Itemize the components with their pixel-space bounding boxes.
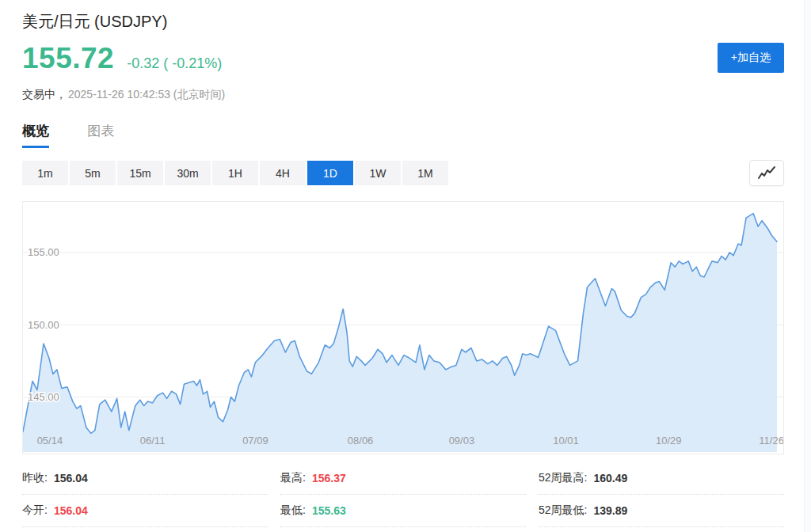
status-row: 交易中，2025-11-26 10:42:53 (北京时间)	[22, 88, 784, 101]
timeframe-1m[interactable]: 1m	[22, 161, 68, 185]
price-change: -0.32 ( -0.21%)	[127, 55, 222, 72]
stat-label: 今开:	[22, 504, 48, 518]
stat-prev-close: 昨收: 156.04	[22, 462, 268, 495]
svg-text:08/06: 08/06	[348, 435, 374, 446]
timeframe-group: 1m 5m 15m 30m 1H 4H 1D 1W 1M	[22, 161, 450, 185]
timeframe-1h[interactable]: 1H	[212, 161, 258, 185]
timeframe-4h[interactable]: 4H	[260, 161, 306, 185]
tab-chart[interactable]: 图表	[87, 122, 114, 146]
svg-text:150.00: 150.00	[28, 319, 59, 331]
tab-bar: 概览 图表	[22, 122, 784, 146]
svg-text:06/11: 06/11	[140, 435, 166, 446]
tab-overview[interactable]: 概览	[22, 122, 49, 148]
stat-open: 今开: 156.04	[22, 495, 268, 527]
price-row: 155.72 -0.32 ( -0.21%)	[22, 42, 784, 75]
main-content: 美元/日元 (USDJPY) +加自选 155.72 -0.32 ( -0.21…	[0, 0, 811, 527]
stat-low: 最低: 155.63	[280, 495, 526, 527]
timeframe-15m[interactable]: 15m	[117, 161, 163, 185]
stat-label: 最高:	[280, 471, 306, 485]
stat-value: 155.63	[312, 504, 346, 517]
svg-text:155.00: 155.00	[28, 246, 59, 258]
timeframe-1w[interactable]: 1W	[355, 161, 401, 185]
stats-column-3: 52周最高: 160.49 52周最低: 139.89	[539, 462, 784, 527]
stats-grid: 昨收: 156.04 今开: 156.04 最高: 156.37 最低: 155…	[22, 462, 784, 527]
svg-text:07/09: 07/09	[242, 435, 268, 446]
scrollbar-track[interactable]	[804, 0, 811, 532]
stats-column-1: 昨收: 156.04 今开: 156.04	[22, 462, 268, 527]
trend-line-icon	[756, 165, 777, 182]
stat-label: 昨收:	[22, 471, 48, 485]
last-price: 155.72	[22, 42, 114, 75]
timeframe-1d[interactable]: 1D	[307, 161, 353, 185]
stat-52w-low: 52周最低: 139.89	[539, 495, 784, 527]
svg-text:05/14: 05/14	[37, 435, 63, 446]
svg-text:09/03: 09/03	[449, 435, 475, 446]
page-title: 美元/日元 (USDJPY)	[22, 13, 784, 31]
svg-text:11/26: 11/26	[759, 435, 783, 446]
trading-status: 交易中，	[22, 88, 67, 101]
usdjpy-quote-page: 美元/日元 (USDJPY) +加自选 155.72 -0.32 ( -0.21…	[0, 0, 811, 532]
timeframe-toolbar: 1m 5m 15m 30m 1H 4H 1D 1W 1M	[22, 160, 784, 186]
stat-high: 最高: 156.37	[280, 462, 526, 495]
svg-text:145.00: 145.00	[28, 391, 59, 403]
stats-column-2: 最高: 156.37 最低: 155.63	[280, 462, 526, 527]
stat-value: 139.89	[593, 504, 627, 517]
timeframe-1m-month[interactable]: 1M	[402, 161, 448, 185]
stat-label: 52周最高:	[539, 471, 587, 485]
stat-value: 156.04	[54, 504, 88, 517]
stat-label: 最低:	[280, 504, 306, 518]
stat-value: 160.49	[593, 472, 627, 484]
timeframe-5m[interactable]: 5m	[70, 161, 116, 185]
timeframe-30m[interactable]: 30m	[165, 161, 211, 185]
stat-label: 52周最低:	[539, 504, 587, 518]
svg-text:10/29: 10/29	[656, 435, 682, 446]
chart-type-button[interactable]	[749, 160, 784, 186]
price-chart[interactable]: 155.00150.00145.0005/1406/1107/0908/0609…	[22, 201, 784, 454]
quote-timestamp: 2025-11-26 10:42:53 (北京时间)	[68, 88, 225, 101]
add-watchlist-button[interactable]: +加自选	[718, 43, 784, 73]
stat-value: 156.37	[312, 472, 346, 484]
price-chart-svg: 155.00150.00145.0005/1406/1107/0908/0609…	[23, 202, 783, 452]
svg-text:10/01: 10/01	[553, 435, 579, 446]
stat-52w-high: 52周最高: 160.49	[539, 462, 784, 495]
stat-value: 156.04	[54, 472, 88, 484]
